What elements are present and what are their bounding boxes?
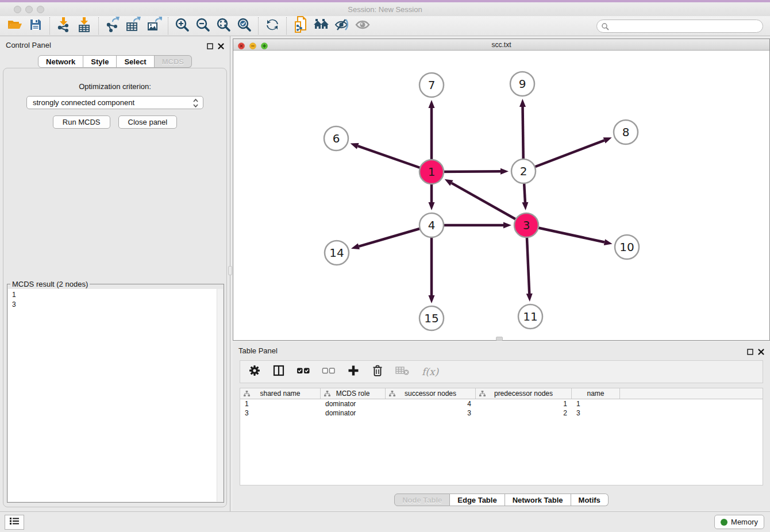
arrowhead-icon [351, 143, 359, 149]
eye-slash-icon [334, 18, 350, 34]
panel-divider-grabber[interactable] [228, 266, 232, 275]
column-header-successor-nodes[interactable]: successor nodes [386, 388, 476, 399]
table-row[interactable]: 1dominator411 [240, 399, 763, 408]
cell-predecessor-nodes[interactable]: 2 [476, 409, 572, 417]
zoom-selected-icon [237, 17, 252, 34]
table-row[interactable]: 3dominator323 [240, 408, 763, 418]
memory-button[interactable]: Memory [714, 515, 764, 529]
delete-table-button[interactable] [395, 365, 410, 379]
column-header-MCDS-role[interactable]: MCDS role [321, 388, 386, 399]
cell-successor-nodes[interactable]: 4 [386, 400, 476, 408]
cell-name[interactable]: 3 [572, 409, 620, 417]
float-panel-icon[interactable] [207, 41, 213, 52]
open-session-button[interactable] [5, 17, 25, 34]
toolbar-separator [168, 17, 168, 34]
save-session-button[interactable] [25, 17, 46, 34]
window-title: Session: New Session [0, 5, 770, 14]
run-mcds-button[interactable]: Run MCDS [53, 115, 110, 129]
export-table-button[interactable] [123, 17, 144, 34]
node-label-11: 11 [523, 310, 537, 323]
cell-name[interactable]: 1 [572, 400, 620, 408]
main-toolbar [0, 16, 770, 36]
control-panel-title: Control Panel [6, 41, 51, 49]
delete-row-button[interactable] [371, 364, 384, 379]
zoom-fit-button[interactable] [213, 17, 234, 34]
table-panel-title: Table Panel [238, 346, 278, 355]
chevron-up-down-icon [192, 98, 199, 110]
open-folder-icon [7, 18, 23, 34]
tab-network[interactable]: Network [38, 55, 83, 68]
float-table-panel-icon[interactable] [747, 347, 753, 357]
add-row-button[interactable] [347, 364, 360, 379]
close-panel-button[interactable]: Close panel [118, 115, 178, 129]
arrowhead-icon [503, 222, 511, 229]
edge-3-1[interactable] [452, 183, 526, 225]
apply-layout-button[interactable] [262, 17, 283, 34]
table-panel-tabs: Node Table Edge Table Network Table Moti… [233, 494, 770, 506]
cell-successor-nodes[interactable]: 3 [386, 409, 476, 417]
export-image-button[interactable] [144, 17, 164, 34]
column-header-name[interactable]: name [572, 388, 620, 399]
criterion-select[interactable]: strongly connected component [26, 96, 203, 109]
function-builder-button[interactable]: f(x) [422, 366, 438, 377]
export-image-icon [146, 17, 162, 35]
cell-shared-name[interactable]: 1 [240, 400, 321, 408]
task-history-button[interactable] [5, 515, 24, 530]
search-icon [601, 22, 609, 30]
tab-network-table[interactable]: Network Table [505, 494, 571, 506]
zoom-selected-button[interactable] [234, 17, 255, 34]
column-header-predecessor-nodes[interactable]: predecessor nodes [476, 388, 572, 399]
edge-2-8[interactable] [523, 140, 605, 171]
show-all-button[interactable] [352, 17, 373, 34]
close-panel-icon[interactable] [218, 41, 224, 52]
tab-style[interactable]: Style [83, 55, 117, 68]
select-all-button[interactable] [297, 364, 310, 379]
node-table-header: shared nameMCDS rolesuccessor nodesprede… [240, 388, 763, 399]
arrowhead-icon [429, 100, 435, 108]
show-columns-button[interactable] [272, 364, 285, 379]
zoom-out-button[interactable] [192, 17, 213, 34]
network-table-divider-grabber[interactable] [496, 337, 503, 341]
export-network-icon [105, 17, 120, 35]
search-input[interactable] [609, 22, 763, 30]
network-from-selection-icon [293, 16, 308, 36]
memory-label: Memory [731, 518, 758, 526]
node-label-14: 14 [329, 246, 344, 260]
table-settings-button[interactable] [248, 364, 261, 379]
network-window-titlebar[interactable]: scc.txt [233, 39, 769, 51]
home-icon [313, 18, 330, 34]
arrowhead-icon [519, 99, 526, 107]
search-box[interactable] [596, 20, 763, 33]
arrowhead-icon [445, 179, 453, 186]
cell-MCDS-role[interactable]: dominator [321, 409, 386, 417]
import-table-button[interactable] [74, 17, 95, 34]
mcds-result-text[interactable]: 1 3 [8, 289, 217, 502]
deselect-all-button[interactable] [322, 364, 336, 379]
toolbar-separator [98, 17, 99, 34]
column-header-shared-name[interactable]: shared name [240, 388, 321, 399]
cell-predecessor-nodes[interactable]: 1 [476, 400, 572, 408]
tab-edge-table[interactable]: Edge Table [450, 494, 505, 506]
node-label-10: 10 [619, 240, 634, 254]
tab-motifs[interactable]: Motifs [571, 494, 609, 506]
tab-node-table[interactable]: Node Table [394, 494, 450, 506]
node-label-7: 7 [428, 78, 436, 92]
network-from-selection-button[interactable] [290, 17, 311, 34]
export-network-button[interactable] [102, 17, 123, 34]
memory-status-icon [721, 519, 727, 526]
cell-shared-name[interactable]: 3 [240, 409, 321, 417]
tab-mcds[interactable]: MCDS [155, 55, 192, 68]
close-table-panel-icon[interactable] [758, 347, 764, 357]
node-label-3: 3 [523, 218, 530, 232]
network-graph[interactable]: 7968124314101511 [233, 51, 769, 340]
zoom-fit-icon [216, 17, 231, 34]
cell-MCDS-role[interactable]: dominator [321, 400, 386, 408]
zoom-in-button[interactable] [172, 17, 192, 34]
mcds-result-scrollbar[interactable] [217, 289, 223, 502]
import-network-button[interactable] [53, 17, 74, 34]
hide-selected-button[interactable] [332, 17, 352, 34]
first-neighbors-button[interactable] [311, 17, 332, 34]
mcds-result-box: MCDS result (2 nodes) 1 3 [7, 284, 224, 503]
arrowhead-icon [526, 294, 533, 302]
tab-select[interactable]: Select [117, 55, 154, 68]
